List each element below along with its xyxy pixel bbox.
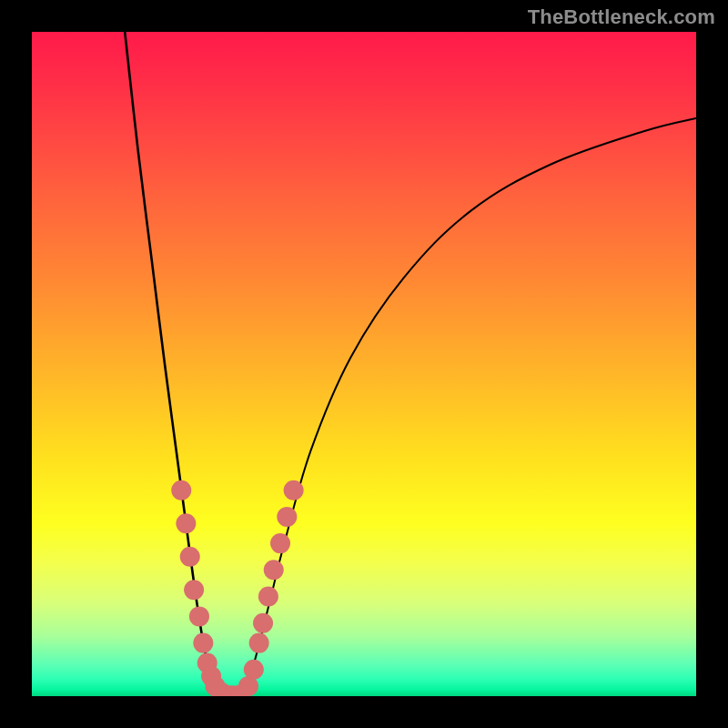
markers-group bbox=[171, 480, 303, 696]
marker-left bbox=[184, 580, 204, 600]
marker-right bbox=[258, 587, 278, 607]
chart-svg bbox=[32, 32, 696, 696]
curve-right bbox=[245, 118, 696, 696]
marker-right bbox=[277, 507, 297, 527]
marker-right bbox=[284, 480, 304, 500]
marker-left bbox=[189, 606, 209, 626]
marker-left bbox=[193, 633, 213, 653]
marker-right bbox=[249, 633, 269, 653]
chart-container: TheBottleneck.com bbox=[0, 0, 728, 728]
marker-right bbox=[270, 533, 290, 553]
curve-left bbox=[125, 32, 217, 696]
marker-right bbox=[244, 660, 264, 680]
marker-left bbox=[171, 480, 191, 500]
marker-left bbox=[176, 513, 196, 533]
marker-left bbox=[180, 547, 200, 567]
watermark-text: TheBottleneck.com bbox=[528, 5, 715, 29]
marker-right bbox=[253, 613, 273, 633]
marker-right bbox=[264, 560, 284, 580]
